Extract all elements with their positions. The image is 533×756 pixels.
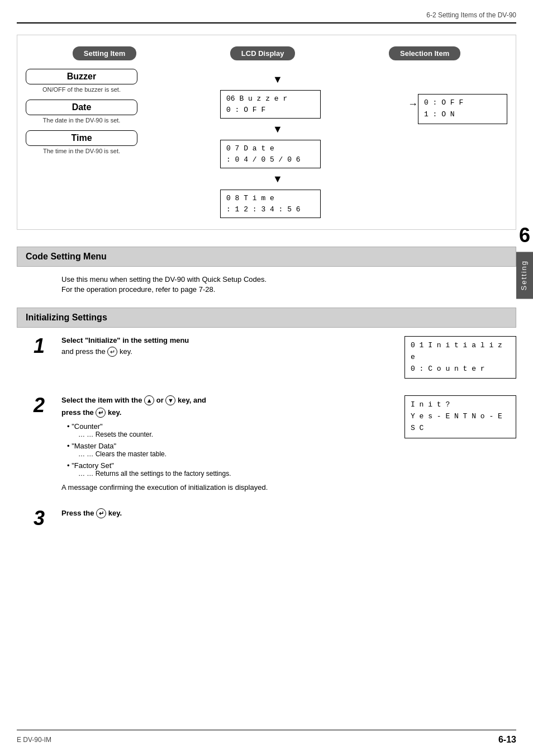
step-1-sub-text: and press the <box>61 347 107 356</box>
code-setting-line1: Use this menu when setting the DV-90 wit… <box>61 275 516 284</box>
time-lcd: 0 8 T i m e : 1 2 : 3 4 : 5 6 <box>220 190 321 218</box>
step-1-lcd-line1: 0 1 I n i t i a l i z e <box>411 340 510 363</box>
diagram-headers: Setting Item LCD Display Selection Item <box>26 46 507 60</box>
step-1-key-label: key. <box>120 347 132 356</box>
buzzer-lcd: 06 B u z z e r 0 : O F F <box>220 90 321 119</box>
step-1-lcd-box: 0 1 I n i t i a l i z e 0 : C o u n t e … <box>404 336 516 379</box>
arrow-right-1: → <box>408 98 418 110</box>
date-lcd-line2: : 0 4 / 0 5 / 0 6 <box>226 154 315 166</box>
selection-items-column: 0 : O F F 1 : O N <box>418 69 507 124</box>
step-2-content: Select the item with the ▲ or ▼ key, and… <box>61 395 396 497</box>
step-1-title: Select "Initialize" in the setting menu <box>61 336 396 344</box>
step-2-list: "Counter" … Resets the counter. "Master … <box>61 422 396 478</box>
master-desc: … Clears the master table. <box>67 450 396 458</box>
step-2-lcd: I n i t ? Y e s - E N T N o - E S C <box>404 395 516 443</box>
init-settings-header: Initializing Settings <box>17 308 516 328</box>
enter-key-1: ↵ <box>107 347 117 357</box>
date-lcd-line1: 0 7 D a t e <box>226 143 315 154</box>
footer-right: 6-13 <box>498 735 516 745</box>
step-1-title-text: Select "Initialize" in the setting menu <box>61 336 189 344</box>
bullet-counter: "Counter" … Resets the counter. <box>67 422 396 438</box>
counter-desc: … Resets the counter. <box>67 431 396 438</box>
step-2-title-line2: press the ↵ key. <box>61 408 396 418</box>
step-1: 1 Select "Initialize" in the setting men… <box>17 336 516 384</box>
step-1-subtitle: and press the ↵ key. <box>61 347 396 357</box>
code-setting-header: Code Setting Menu <box>17 247 516 267</box>
arrow-down-1: ▼ <box>273 74 283 84</box>
setting-item-header: Setting Item <box>73 46 136 60</box>
code-setting-section: Code Setting Menu Use this menu when set… <box>17 247 516 294</box>
sidebar-number: 6 <box>519 224 530 247</box>
step-2-title-part1: Select the item with the <box>61 396 144 404</box>
date-setting-box: Date <box>26 100 137 115</box>
step-1-number: 1 <box>34 336 53 356</box>
arrow-down-2: ▼ <box>273 124 283 134</box>
lcd-display-column: ▼ 06 B u z z e r 0 : O F F → ▼ <box>137 69 418 218</box>
step-2-lcd-line2: Y e s - E N T N o - E S C <box>411 411 510 434</box>
bullet-master: "Master Data" … Clears the master table. <box>67 442 396 458</box>
step-1-content: Select "Initialize" in the setting menu … <box>61 336 396 361</box>
enter-key-2: ↵ <box>96 408 106 418</box>
step-2-press: press the <box>61 408 96 417</box>
page-footer: E DV-90-IM 6-13 <box>17 730 516 745</box>
step-3-press: Press the <box>61 509 96 517</box>
buzzer-desc: ON/OFF of the buzzer is set. <box>26 86 137 93</box>
setting-items-column: Buzzer ON/OFF of the buzzer is set. Date… <box>26 69 137 161</box>
up-key: ▲ <box>144 395 154 405</box>
step-3: 3 Press the ↵ key. <box>17 508 516 528</box>
enter-key-3: ↵ <box>96 508 106 518</box>
time-lcd-line1: 0 8 T i m e <box>226 193 315 204</box>
step-2-title: Select the item with the ▲ or ▼ key, and <box>61 395 396 405</box>
step-1-lcd: 0 1 I n i t i a l i z e 0 : C o u n t e … <box>404 336 516 384</box>
selection-box: 0 : O F F 1 : O N <box>418 94 507 124</box>
buzzer-lcd-line2: 0 : O F F <box>226 105 315 116</box>
selection-item-header: Selection Item <box>389 46 460 60</box>
selection-line1: 0 : O F F <box>424 97 501 109</box>
lcd-display-header: LCD Display <box>230 46 296 60</box>
step-2-title-part3: key, and <box>178 396 206 404</box>
factory-desc: … Returns all the settings to the factor… <box>67 470 396 478</box>
step-3-number: 3 <box>34 508 53 528</box>
buzzer-lcd-line1: 06 B u z z e r <box>226 93 315 105</box>
code-setting-content: Use this menu when setting the DV-90 wit… <box>17 275 516 294</box>
down-key: ▼ <box>165 395 175 405</box>
step-2-lcd-box: I n i t ? Y e s - E N T N o - E S C <box>404 395 516 438</box>
date-desc: The date in the DV-90 is set. <box>26 117 137 124</box>
buzzer-setting-box: Buzzer <box>26 69 137 84</box>
step-2-number: 2 <box>34 395 53 415</box>
step-2-key-end: key. <box>108 408 121 417</box>
step-2-note: A message confirming the execution of in… <box>61 483 396 492</box>
page-header: 6-2 Setting Items of the DV-90 <box>17 11 516 23</box>
sidebar-tab: Setting <box>516 252 533 299</box>
sidebar-text: Setting <box>520 260 528 290</box>
step-2: 2 Select the item with the ▲ or ▼ key, a… <box>17 395 516 497</box>
time-lcd-line2: : 1 2 : 3 4 : 5 6 <box>226 204 315 215</box>
time-setting-box: Time <box>26 130 137 146</box>
step-1-lcd-line2: 0 : C o u n t e r <box>411 363 510 375</box>
step-3-content: Press the ↵ key. <box>61 508 516 521</box>
diagram-section: Setting Item LCD Display Selection Item … <box>17 35 516 230</box>
step-2-or: or <box>156 396 166 404</box>
arrow-down-3: ▼ <box>273 174 283 184</box>
time-desc: The time in the DV-90 is set. <box>26 148 137 154</box>
step-3-title: Press the ↵ key. <box>61 508 516 518</box>
step-3-key-end: key. <box>108 509 122 517</box>
bullet-factory: "Factory Set" … Returns all the settings… <box>67 461 396 478</box>
step-2-lcd-line1: I n i t ? <box>411 399 510 411</box>
init-settings-section: Initializing Settings 1 Select "Initiali… <box>17 308 516 528</box>
footer-left: E DV-90-IM <box>17 736 51 744</box>
date-lcd: 0 7 D a t e : 0 4 / 0 5 / 0 6 <box>220 140 321 168</box>
selection-line2: 1 : O N <box>424 109 501 121</box>
header-text: 6-2 Setting Items of the DV-90 <box>426 11 516 19</box>
code-setting-line2: For the operation procedure, refer to pa… <box>61 285 516 294</box>
